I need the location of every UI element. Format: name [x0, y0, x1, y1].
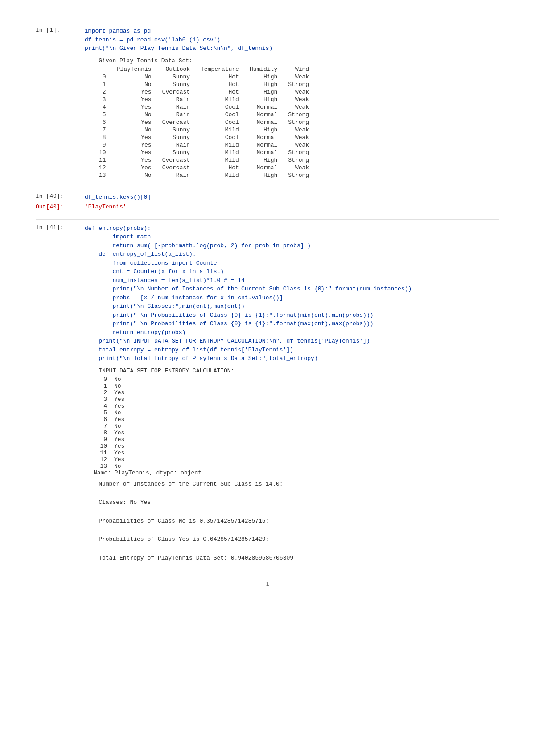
table-cell: Strong [283, 111, 314, 119]
series-idx: 10 [94, 443, 107, 450]
divider-2 [36, 219, 499, 220]
series-idx: 5 [94, 409, 107, 416]
list-item: 0No [94, 376, 499, 383]
table-row: 11YesOvercastMildHighStrong [94, 156, 314, 164]
series-idx: 9 [94, 436, 107, 443]
table-cell: Rain [157, 172, 195, 179]
page-number: 1 [36, 581, 499, 587]
col-header-outlook: Outlook [157, 65, 195, 73]
list-item: 8Yes [94, 429, 499, 436]
list-item: 7No [94, 423, 499, 429]
table-row: 12YesOvercastHotNormalWeak [94, 164, 314, 172]
series-val: Yes [114, 456, 124, 463]
divider-1 [36, 188, 499, 188]
series-idx: 8 [94, 429, 107, 436]
cell-1-in-label: In [1]: [36, 27, 85, 33]
series-val: Yes [114, 416, 124, 423]
table-cell: 6 [94, 119, 111, 126]
table-cell: Weak [283, 134, 314, 141]
table-cell: Weak [283, 126, 314, 134]
cell-40-output-text: 'PlayTennis' [85, 204, 499, 210]
cell-40-code: df_tennis.keys()[0] [85, 193, 499, 202]
table-cell: 0 [94, 73, 111, 81]
table-cell: Hot [195, 81, 244, 88]
cell-1-output-header: Given Play Tennis Data Set: [85, 57, 499, 66]
table-cell: High [244, 88, 283, 96]
table-cell: Yes [111, 149, 157, 156]
list-item: 6Yes [94, 416, 499, 423]
cell-41-output-header: INPUT DATA SET FOR ENTROPY CALCULATION: [85, 367, 499, 376]
table-row: 1NoSunnyHotHighStrong [94, 81, 314, 88]
table-row: 2YesOvercastHotHighWeak [94, 88, 314, 96]
tennis-table-body: 0NoSunnyHotHighWeak1NoSunnyHotHighStrong… [94, 73, 314, 179]
cell-1-code-block: import pandas as pd df_tennis = pd.read_… [85, 27, 499, 53]
table-row: 8YesSunnyCoolNormalWeak [94, 134, 314, 141]
cell-41: In [41]: def entropy(probs): import math… [36, 224, 499, 563]
cell-1-output: Given Play Tennis Data Set: PlayTennis O… [85, 57, 499, 180]
series-val: Yes [114, 443, 124, 450]
cell-40: In [40]: df_tennis.keys()[0] Out[40]: 'P… [36, 193, 499, 210]
table-cell: Yes [111, 134, 157, 141]
table-cell: Weak [283, 73, 314, 81]
table-cell: Strong [283, 156, 314, 164]
table-cell: Cool [195, 103, 244, 111]
cell-41-code: def entropy(probs): import math return s… [85, 224, 499, 363]
table-cell: 13 [94, 172, 111, 179]
table-cell: Cool [195, 134, 244, 141]
table-cell: Yes [111, 119, 157, 126]
table-cell: Overcast [157, 88, 195, 96]
series-idx: 4 [94, 403, 107, 409]
table-row: 3YesRainMildHighWeak [94, 96, 314, 103]
table-cell: Weak [283, 103, 314, 111]
table-cell: 11 [94, 156, 111, 164]
table-row: 10YesSunnyMildNormalStrong [94, 149, 314, 156]
table-cell: 5 [94, 111, 111, 119]
table-cell: Rain [157, 103, 195, 111]
series-idx: 1 [94, 383, 107, 389]
series-val: Yes [114, 450, 124, 456]
list-item: 11Yes [94, 450, 499, 456]
list-item: 4Yes [94, 403, 499, 409]
series-idx: 6 [94, 416, 107, 423]
cell-41-in-label: In [41]: [36, 224, 85, 231]
table-cell: Normal [244, 119, 283, 126]
list-item: 1No [94, 383, 499, 389]
table-cell: Mild [195, 149, 244, 156]
series-idx: 11 [94, 450, 107, 456]
series-val: No [114, 463, 121, 470]
col-header-playtennis: PlayTennis [111, 65, 157, 73]
table-cell: Overcast [157, 119, 195, 126]
table-cell: Normal [244, 164, 283, 172]
list-item: 5No [94, 409, 499, 416]
table-cell: Mild [195, 126, 244, 134]
series-val: Yes [114, 396, 124, 403]
table-cell: Sunny [157, 134, 195, 141]
series-idx: 12 [94, 456, 107, 463]
cell-41-code-block: def entropy(probs): import math return s… [85, 224, 499, 363]
series-val: Yes [114, 429, 124, 436]
series-val: No [114, 409, 121, 416]
list-item: 10Yes [94, 443, 499, 450]
cell-40-in-label: In [40]: [36, 193, 85, 200]
table-cell: Cool [195, 111, 244, 119]
table-cell: Yes [111, 103, 157, 111]
table-cell: Cool [195, 119, 244, 126]
col-header-humidity: Humidity [244, 65, 283, 73]
table-cell: Hot [195, 164, 244, 172]
table-cell: Normal [244, 103, 283, 111]
table-cell: Sunny [157, 126, 195, 134]
list-item: 9Yes [94, 436, 499, 443]
series-idx: 7 [94, 423, 107, 429]
table-cell: High [244, 96, 283, 103]
table-cell: No [111, 73, 157, 81]
series-val: No [114, 383, 121, 389]
series-idx: 0 [94, 376, 107, 383]
table-cell: No [111, 126, 157, 134]
series-val: Yes [114, 436, 124, 443]
series-val: No [114, 376, 121, 383]
table-cell: Hot [195, 73, 244, 81]
series-val: No [114, 423, 121, 429]
table-cell: High [244, 81, 283, 88]
table-cell: 3 [94, 96, 111, 103]
series-idx: 2 [94, 389, 107, 396]
